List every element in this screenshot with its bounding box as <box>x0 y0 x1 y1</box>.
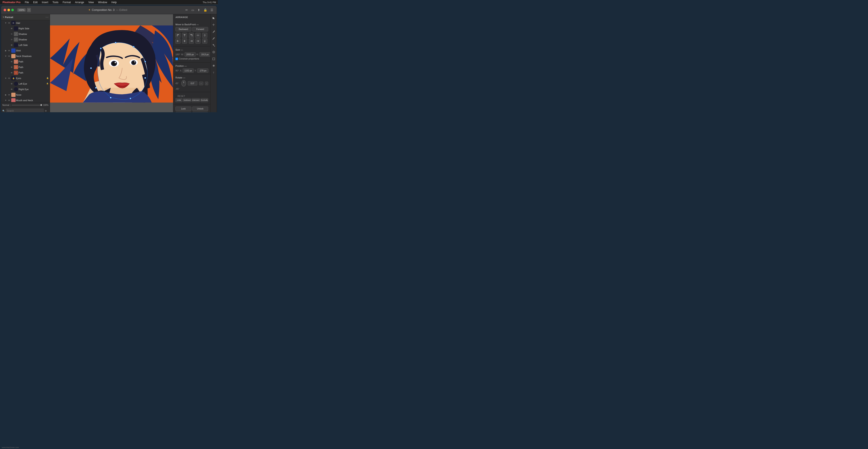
maximize-button[interactable] <box>11 9 14 11</box>
align-right-top[interactable] <box>189 33 194 38</box>
brush-tool-btn[interactable] <box>211 36 216 41</box>
backward-button[interactable]: Backward <box>176 27 191 31</box>
layer-hair[interactable]: ▼ 👁 ⊞ Hair <box>1 20 50 26</box>
eye-icon[interactable]: 👁 <box>10 82 13 86</box>
layer-right-eye[interactable]: 👁 Right Eye <box>1 87 50 92</box>
menu-window[interactable]: Window <box>97 1 108 4</box>
hide-button[interactable]: Hide <box>176 112 191 112</box>
eye-icon[interactable]: 👁 <box>10 27 13 30</box>
eye-icon[interactable]: 👁 <box>7 93 11 97</box>
unlock-button[interactable]: Unlock <box>192 106 208 111</box>
exclude-button[interactable]: Exclude <box>200 98 208 102</box>
x-input[interactable] <box>183 68 194 73</box>
close-button[interactable] <box>4 9 6 11</box>
forward-button[interactable]: Forward <box>192 27 208 31</box>
svg-rect-38 <box>197 41 198 42</box>
pen-tool-btn[interactable]: ✏ <box>185 8 189 12</box>
eye-icon[interactable]: 👁 <box>10 43 13 47</box>
layer-mouth-neck[interactable]: ▼ 👁 Mouth and Neck <box>1 98 50 102</box>
align-left-mid[interactable] <box>176 38 181 43</box>
align-center-top[interactable] <box>182 33 187 38</box>
eye-icon[interactable]: 👁 <box>10 65 13 69</box>
layer-shadow1[interactable]: 👁 ╱ Shadow <box>1 31 50 37</box>
layers-list[interactable]: ▼ 👁 ⊞ Hair 👁 Right Side 👁 ╱ <box>1 20 50 102</box>
align-h-dist[interactable] <box>195 33 200 38</box>
eye-icon[interactable]: 👁 <box>10 38 13 41</box>
subtract-button[interactable]: Subtract <box>183 98 191 102</box>
layers-settings-btn[interactable]: ⋯ <box>45 15 49 19</box>
select-tool-btn[interactable] <box>211 15 216 21</box>
opacity-slider[interactable] <box>11 105 42 105</box>
layer-left-eye[interactable]: 👁 Left Eye 🔒 <box>1 81 50 87</box>
rotate-section-header[interactable]: Rotate — <box>176 76 208 79</box>
eye-icon[interactable]: 👁 <box>10 60 13 63</box>
height-input[interactable] <box>199 52 210 57</box>
eye-icon[interactable]: 👁 <box>7 55 11 58</box>
layer-left-side[interactable]: 👁 Left Side <box>1 42 50 48</box>
rotation-input[interactable] <box>188 81 197 86</box>
search-input[interactable] <box>6 108 44 112</box>
paint-bucket-btn[interactable] <box>211 43 216 48</box>
menu-view[interactable]: View <box>87 1 95 4</box>
layer-shadow2[interactable]: 👁 ╱ Shadow <box>1 37 50 42</box>
size-section-header[interactable]: Size — <box>176 49 208 51</box>
menu-file[interactable]: File <box>24 1 30 4</box>
color-picker-btn[interactable] <box>211 50 216 55</box>
eye-icon[interactable]: 👁 <box>10 71 13 74</box>
pen-tool-btn-right[interactable] <box>211 29 216 34</box>
eye-icon[interactable]: 👁 <box>7 76 11 80</box>
flip-v-btn[interactable]: ↕ <box>205 82 208 85</box>
align-left-top[interactable] <box>176 33 181 38</box>
layer-shirt[interactable]: ▶ 👁 Shirt <box>1 48 50 53</box>
eye-icon[interactable]: 👁 <box>7 99 11 102</box>
menu-edit[interactable]: Edit <box>32 1 38 4</box>
menu-insert[interactable]: Insert <box>41 1 49 4</box>
text-tool-btn[interactable]: T <box>211 70 216 75</box>
align-center-mid[interactable] <box>182 38 187 43</box>
menu-btn[interactable]: ☰ <box>210 8 214 12</box>
layer-nose[interactable]: ▶ 👁 Nose <box>1 92 50 98</box>
flip-h-btn[interactable]: ↔ <box>199 82 203 85</box>
layer-path3[interactable]: 👁 ⬡ Path <box>1 70 50 75</box>
lock-btn-title[interactable]: 🔒 <box>203 8 208 12</box>
move-tool-btn[interactable] <box>211 22 216 27</box>
layers-collapse-icon[interactable]: ▼ <box>2 16 5 18</box>
unite-button[interactable]: Unite <box>176 98 182 102</box>
intersect-button[interactable]: Intersect <box>192 98 200 102</box>
align-right-mid[interactable] <box>189 38 194 43</box>
align-h-dist2[interactable] <box>195 38 200 43</box>
layer-eyes[interactable]: ▼ 👁 🔒 Eyes 🔒 <box>1 75 50 81</box>
search-options-btn[interactable]: ⚙ <box>45 110 47 112</box>
layer-path1[interactable]: 👁 ⬡ Path <box>1 59 50 64</box>
show-button[interactable]: Show <box>192 112 208 112</box>
export-btn[interactable]: ⬆ <box>197 8 201 12</box>
menu-format[interactable]: Format <box>62 1 72 4</box>
shape-tool-btn[interactable]: ▭ <box>190 8 195 12</box>
shape-tool-btn-right[interactable] <box>211 56 216 61</box>
width-input[interactable] <box>185 52 196 57</box>
align-v-dist[interactable] <box>202 33 207 38</box>
eye-icon[interactable]: 👁 <box>10 32 13 36</box>
move-section-header[interactable]: Move to Back/Front — <box>176 23 208 26</box>
menu-arrange[interactable]: Arrange <box>74 1 85 4</box>
layer-neck-shadows[interactable]: ▼ 👁 Neck Shadows <box>1 53 50 59</box>
menu-tools[interactable]: Tools <box>52 1 59 4</box>
eye-icon[interactable]: 👁 <box>7 49 11 52</box>
constrain-checkbox[interactable]: ✓ <box>176 58 178 60</box>
width-label: W: <box>181 53 184 56</box>
add-canvas-button[interactable]: + <box>27 8 31 12</box>
rotation-knob[interactable] <box>181 80 186 87</box>
minimize-button[interactable] <box>7 9 10 11</box>
layer-path2[interactable]: 👁 ⬡ Path <box>1 64 50 70</box>
eye-icon[interactable]: 👁 <box>7 21 11 25</box>
eye-icon[interactable]: 👁 <box>10 88 13 91</box>
y-input[interactable] <box>197 68 208 73</box>
effects-tool-btn[interactable] <box>211 63 216 68</box>
canvas-area[interactable]: 0.5x 1x 2x 3x 5x <box>50 14 173 112</box>
position-section-header[interactable]: Position — <box>176 65 208 67</box>
layer-right-side[interactable]: 👁 Right Side <box>1 26 50 31</box>
lock-button[interactable]: Lock <box>176 106 191 111</box>
app-menu-pixelmator[interactable]: Pixelmator Pro <box>2 1 22 4</box>
menu-help[interactable]: Help <box>111 1 118 4</box>
align-v-dist2[interactable] <box>202 38 207 43</box>
